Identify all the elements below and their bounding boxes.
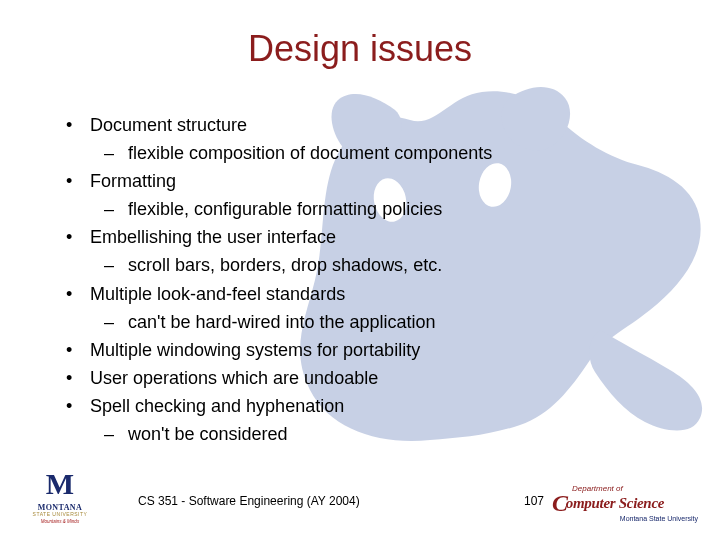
cs-dept-logo: Department of Computer Science Montana S… <box>552 484 702 522</box>
footer: M MONTANA STATE UNIVERSITY Mountains & M… <box>0 460 720 528</box>
bullet-subitem: can't be hard-wired into the application <box>58 309 668 335</box>
bullet-subitem: won't be considered <box>58 421 668 447</box>
bullet-content: Document structure flexible composition … <box>58 112 668 449</box>
bullet-item: Embellishing the user interface <box>58 224 668 250</box>
msu-logo-sub: STATE UNIVERSITY <box>26 511 94 517</box>
msu-logo-tag: Mountains & Minds <box>26 519 94 524</box>
page-number: 107 <box>524 494 544 508</box>
bullet-item: Multiple windowing systems for portabili… <box>58 337 668 363</box>
msu-logo-letter: M <box>40 467 80 501</box>
msu-logo-mark: M <box>40 467 80 501</box>
msu-logo: M MONTANA STATE UNIVERSITY Mountains & M… <box>26 467 94 524</box>
bullet-subitem: scroll bars, borders, drop shadows, etc. <box>58 252 668 278</box>
bullet-item: Spell checking and hyphenation <box>58 393 668 419</box>
bullet-list: Document structure flexible composition … <box>58 112 668 447</box>
cs-dept-name: Computer Science <box>552 490 702 517</box>
bullet-item: Multiple look-and-feel standards <box>58 281 668 307</box>
bullet-item: User operations which are undoable <box>58 365 668 391</box>
slide-title: Design issues <box>0 28 720 70</box>
bullet-subitem: flexible, configurable formatting polici… <box>58 196 668 222</box>
footer-course: CS 351 - Software Engineering (AY 2004) <box>138 494 360 508</box>
bullet-item: Document structure <box>58 112 668 138</box>
bullet-item: Formatting <box>58 168 668 194</box>
bullet-subitem: flexible composition of document compone… <box>58 140 668 166</box>
